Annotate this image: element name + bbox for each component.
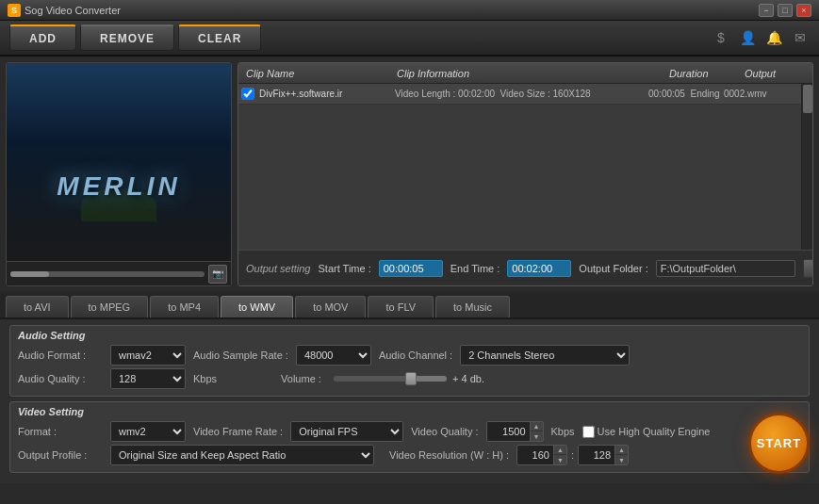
audio-sample-rate-select[interactable]: 48000 44100 22050 [296,345,371,366]
tabs-bar: to AVI to MPEG to MP4 to WMV to MOV to F… [0,292,819,319]
row-clip-name: DivFix++.software.ir [259,89,395,99]
video-controls: 📷 [7,261,231,285]
row-duration: 00:00:05 Ending [648,89,724,99]
volume-slider[interactable] [334,376,447,382]
row-clip-info: Video Length : 00:02:00 Video Size : 160… [395,89,648,99]
settings-panel: Audio Setting Audio Format : wmav2 wmav1… [0,319,819,483]
app-title: Sog Video Converter [25,5,121,16]
video-settings-section: Video Setting Format : wmv2 wmv1 Video F… [9,401,810,473]
audio-quality-label: Audio Quality : [18,373,103,384]
header-clip-name: Clip Name [238,68,389,79]
seek-bar-fill [10,271,49,277]
volume-thumb [405,372,417,385]
high-quality-checkbox-label[interactable]: Use High Quality Engine [582,426,711,438]
maximize-button[interactable]: □ [778,4,793,17]
resolution-w-up[interactable]: ▲ [553,446,566,455]
volume-control: Volume : + 4 db. [281,373,484,384]
resolution-w-down[interactable]: ▼ [553,455,566,464]
video-preview: MERLIN 📷 [6,62,232,286]
tab-music[interactable]: to Music [435,296,510,317]
file-list-body: DivFix++.software.ir Video Length : 00:0… [238,84,801,250]
output-folder-input[interactable] [656,260,795,277]
audio-format-label: Audio Format : [18,350,103,361]
video-quality-spinbox[interactable]: ▲ ▼ [486,421,544,442]
spinbox-down[interactable]: ▼ [530,431,543,441]
output-profile-label: Output Profile : [18,449,103,461]
file-list-header: Clip Name Clip Information Duration Outp… [238,63,812,84]
scrollbar[interactable] [801,84,812,250]
volume-value: + 4 db. [452,373,484,384]
seek-bar[interactable] [10,271,205,277]
resolution-w-input[interactable] [517,449,553,461]
add-button[interactable]: ADD [9,24,76,51]
video-quality-input[interactable] [487,426,530,437]
output-settings: Output setting Start Time : End Time : O… [238,250,812,285]
mail-icon[interactable]: ✉ [791,28,810,47]
browse-button[interactable]: Browse [803,259,813,278]
audio-channel-label: Audio Channel : [379,350,452,361]
app-icon: S [8,4,21,17]
video-format-select[interactable]: wmv2 wmv1 [110,421,186,442]
output-profile-select[interactable]: Original Size and Keep Aspect Ratio Cust… [110,445,374,465]
resolution-label: Video Resolution (W : H) : [389,449,509,461]
toolbar: ADD REMOVE CLEAR $ 👤 🔔 ✉ [0,21,819,57]
audio-row-2: Audio Quality : 128 192 256 64 Kbps Volu… [18,368,801,389]
video-thumbnail: MERLIN [7,63,231,261]
resolution-h-up[interactable]: ▲ [614,446,628,455]
spinbox-up[interactable]: ▲ [530,422,543,431]
main-area: MERLIN 📷 Clip Name Clip Information Dura… [0,57,819,292]
start-time-input[interactable] [379,260,443,277]
close-button[interactable]: × [796,4,811,17]
clear-button[interactable]: CLEAR [178,24,261,51]
video-format-label: Format : [18,426,103,437]
tab-mp4[interactable]: to MP4 [150,296,219,317]
resolution-h-arrows: ▲ ▼ [614,446,628,464]
resolution-separator: : [569,449,576,461]
tab-mov[interactable]: to MOV [295,296,366,317]
spinbox-arrows: ▲ ▼ [530,422,543,441]
table-row[interactable]: DivFix++.software.ir Video Length : 00:0… [238,84,801,105]
high-quality-checkbox[interactable] [582,426,595,438]
screenshot-button[interactable]: 📷 [208,265,227,284]
resolution-w-spinbox[interactable]: ▲ ▼ [516,445,567,465]
remove-button[interactable]: REMOVE [80,24,174,51]
user-icon[interactable]: 👤 [738,28,757,47]
title-bar: S Sog Video Converter − □ × [0,0,819,21]
audio-channel-select[interactable]: 2 Channels Stereo 1 Channel Mono [460,345,630,366]
video-row-1: Format : wmv2 wmv1 Video Frame Rate : Or… [18,421,801,442]
resolution-h-spinbox[interactable]: ▲ ▼ [578,445,629,465]
dollar-icon[interactable]: $ [712,28,730,47]
bottom-section: to AVI to MPEG to MP4 to WMV to MOV to F… [0,292,819,483]
video-quality-label: Video Quality : [411,426,478,437]
video-quality-unit: Kbps [551,426,575,437]
header-output: Output [737,68,812,79]
tab-wmv[interactable]: to WMV [221,296,293,317]
audio-settings-section: Audio Setting Audio Format : wmav2 wmav1… [9,325,810,397]
audio-format-select[interactable]: wmav2 wmav1 mp3 aac [110,345,186,366]
header-clip-info: Clip Information [389,68,662,79]
scrollbar-thumb[interactable] [803,85,812,113]
minimize-button[interactable]: − [759,4,774,17]
end-time-input[interactable] [507,260,571,277]
file-list-area: Clip Name Clip Information Duration Outp… [238,62,813,286]
video-frame-rate-select[interactable]: Original FPS 15 24 25 30 [290,421,403,442]
kbps-label: Kbps [193,373,217,384]
video-row-2: Output Profile : Original Size and Keep … [18,445,801,465]
row-checkbox[interactable] [240,88,255,100]
volume-label: Volume : [281,373,328,384]
start-time-label: Start Time : [319,263,371,274]
start-button[interactable]: START [748,413,810,474]
resolution-spinbox: ▲ ▼ : ▲ ▼ [516,445,629,465]
title-bar-title: S Sog Video Converter [8,4,121,17]
tab-mpeg[interactable]: to MPEG [71,296,149,317]
resolution-h-input[interactable] [579,449,614,461]
audio-quality-select[interactable]: 128 192 256 64 [110,368,186,389]
tab-flv[interactable]: to FLV [368,296,434,317]
bell-icon[interactable]: 🔔 [764,28,783,47]
audio-sample-rate-label: Audio Sample Rate : [193,350,288,361]
resolution-h-down[interactable]: ▼ [614,455,628,464]
tab-avi[interactable]: to AVI [6,296,69,317]
header-duration: Duration [662,68,737,79]
end-time-label: End Time : [450,263,500,274]
window-controls: − □ × [759,4,811,17]
